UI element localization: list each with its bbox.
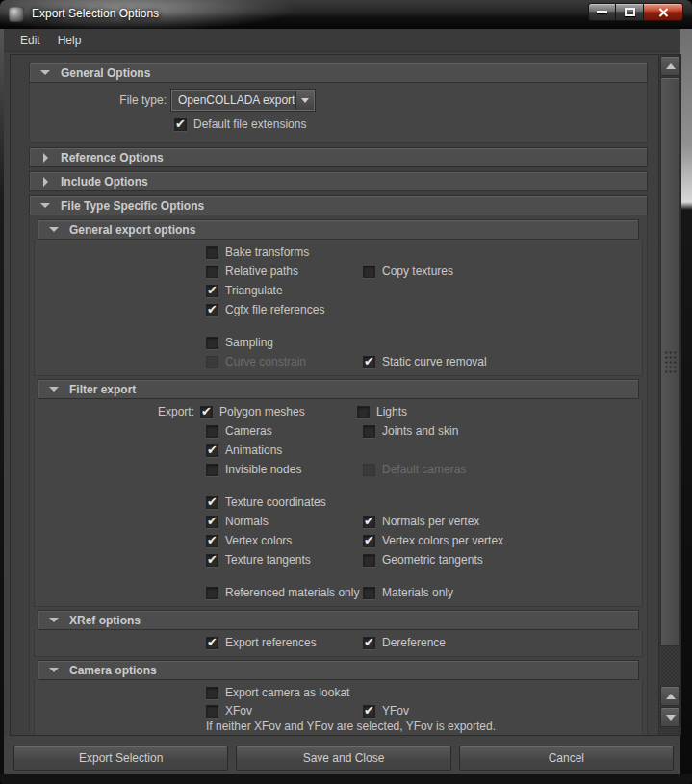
checkbox-referenced-materials-only[interactable]: Referenced materials only bbox=[206, 586, 363, 599]
arrow-up-icon bbox=[666, 694, 676, 699]
checkbox-icon bbox=[206, 496, 218, 509]
checkbox-vertex-colors[interactable]: Vertex colors bbox=[206, 534, 363, 547]
checkbox-icon bbox=[206, 464, 218, 476]
checkbox-label: XFov bbox=[225, 704, 252, 718]
checkbox-bake-transforms[interactable]: Bake transforms bbox=[206, 245, 363, 259]
section-header-include-options[interactable]: Include Options bbox=[29, 171, 648, 191]
close-button[interactable] bbox=[643, 3, 683, 21]
checkbox-relative-paths[interactable]: Relative paths bbox=[206, 265, 363, 278]
fov-note: If neither XFov and YFov are selected, Y… bbox=[35, 720, 642, 735]
scroll-down-button[interactable] bbox=[660, 707, 680, 727]
section-body-file-type-specific: General export options Bake transforms bbox=[29, 215, 648, 735]
checkbox-icon bbox=[206, 554, 218, 567]
scroll-up-button-bottom[interactable] bbox=[660, 686, 680, 706]
checkbox-icon bbox=[174, 118, 187, 131]
checkbox-normals[interactable]: Normals bbox=[206, 515, 363, 528]
checkbox-sampling[interactable]: Sampling bbox=[206, 336, 363, 349]
checkbox-triangulate[interactable]: Triangulate bbox=[206, 284, 363, 297]
checkbox-invisible-nodes[interactable]: Invisible nodes bbox=[206, 463, 363, 476]
section-body-general-options: File type: OpenCOLLADA exporter Default … bbox=[29, 83, 648, 143]
save-and-close-button[interactable]: Save and Close bbox=[236, 746, 450, 771]
checkbox-icon bbox=[206, 637, 218, 649]
checkbox-label: Vertex colors bbox=[225, 534, 292, 547]
checkbox-vertex-colors-per-vertex[interactable]: Vertex colors per vertex bbox=[363, 534, 503, 547]
checkbox-label: Curve constrain bbox=[225, 355, 306, 368]
checkbox-icon bbox=[363, 266, 375, 278]
checkbox-yfov[interactable]: YFov bbox=[363, 704, 409, 718]
checkbox-static-curve-removal[interactable]: Static curve removal bbox=[363, 355, 487, 368]
expand-arrow-icon bbox=[30, 153, 61, 163]
subsection-header-camera-options[interactable]: Camera options bbox=[38, 660, 639, 680]
checkbox-label: Sampling bbox=[225, 336, 273, 349]
menu-edit[interactable]: Edit bbox=[12, 31, 49, 50]
subsection-body: Export: Polygon meshes Lights bbox=[34, 399, 643, 607]
section-file-type-specific-options: File Type Specific Options General expor… bbox=[11, 195, 658, 735]
maximize-button[interactable] bbox=[616, 3, 643, 21]
checkbox-texture-tangents[interactable]: Texture tangents bbox=[206, 553, 363, 567]
checkbox-label: Static curve removal bbox=[382, 355, 487, 368]
checkbox-label: Normals per vertex bbox=[382, 515, 479, 528]
file-type-select[interactable]: OpenCOLLADA exporter bbox=[171, 90, 315, 111]
checkbox-geometric-tangents[interactable]: Geometric tangents bbox=[363, 553, 483, 567]
export-selection-button[interactable]: Export Selection bbox=[13, 746, 228, 771]
checkbox-label: Referenced materials only bbox=[225, 586, 359, 599]
arrow-down-icon bbox=[666, 715, 676, 721]
checkbox-copy-textures[interactable]: Copy textures bbox=[363, 265, 453, 278]
vertical-scrollbar[interactable] bbox=[658, 55, 680, 735]
checkbox-dereference[interactable]: Dereference bbox=[363, 636, 446, 649]
checkbox-icon bbox=[200, 406, 213, 418]
checkbox-label: Triangulate bbox=[225, 284, 283, 297]
section-header-file-type-specific-options[interactable]: File Type Specific Options bbox=[29, 195, 648, 215]
minimize-button[interactable] bbox=[588, 3, 616, 21]
app-icon bbox=[9, 7, 24, 22]
titlebar[interactable]: Export Selection Options bbox=[0, 0, 692, 29]
collapse-arrow-icon bbox=[38, 387, 69, 392]
checkbox-label: Default file extensions bbox=[193, 117, 306, 131]
checkbox-label: Cameras bbox=[225, 424, 272, 438]
checkbox-label: Export references bbox=[225, 636, 317, 649]
file-type-label: File type: bbox=[30, 93, 171, 107]
collapse-arrow-icon bbox=[38, 668, 69, 672]
checkbox-default-file-extensions[interactable]: Default file extensions bbox=[174, 117, 306, 131]
cancel-button[interactable]: Cancel bbox=[459, 746, 674, 771]
subsection-title: Camera options bbox=[69, 664, 157, 677]
checkbox-materials-only[interactable]: Materials only bbox=[363, 586, 453, 599]
menu-help[interactable]: Help bbox=[49, 31, 90, 50]
chevron-down-icon bbox=[301, 98, 309, 103]
checkbox-cgfx-file-references[interactable]: Cgfx file references bbox=[206, 303, 363, 316]
checkbox-icon bbox=[206, 266, 218, 278]
scrollbar-thumb[interactable] bbox=[660, 77, 680, 646]
close-icon bbox=[658, 8, 669, 17]
section-header-reference-options[interactable]: Reference Options bbox=[29, 147, 648, 167]
subsection-title: XRef options bbox=[69, 614, 141, 627]
scroll-up-button[interactable] bbox=[660, 56, 680, 76]
subsection-body: Bake transforms Relative paths Copy text… bbox=[34, 240, 643, 376]
menubar: Edit Help bbox=[4, 29, 680, 52]
section-title: Include Options bbox=[61, 175, 148, 189]
checkbox-export-references[interactable]: Export references bbox=[206, 636, 363, 649]
checkbox-curve-constrain: Curve constrain bbox=[206, 355, 363, 368]
subsection-header-filter-export[interactable]: Filter export bbox=[38, 379, 639, 399]
checkbox-export-camera-as-lookat[interactable]: Export camera as lookat bbox=[206, 686, 349, 699]
checkbox-polygon-meshes[interactable]: Polygon meshes bbox=[200, 405, 357, 418]
checkbox-icon bbox=[363, 637, 375, 649]
section-header-general-options[interactable]: General Options bbox=[29, 63, 648, 83]
checkbox-normals-per-vertex[interactable]: Normals per vertex bbox=[363, 515, 479, 528]
checkbox-label: Normals bbox=[225, 515, 269, 528]
checkbox-cameras[interactable]: Cameras bbox=[206, 424, 363, 438]
checkbox-label: Joints and skin bbox=[382, 424, 458, 438]
subsection-title: Filter export bbox=[69, 383, 136, 396]
checkbox-texture-coordinates[interactable]: Texture coordinates bbox=[206, 495, 363, 509]
subsection-header-general-export-options[interactable]: General export options bbox=[38, 219, 639, 240]
checkbox-joints-and-skin[interactable]: Joints and skin bbox=[363, 424, 458, 438]
checkbox-icon bbox=[363, 356, 375, 368]
checkbox-lights[interactable]: Lights bbox=[357, 405, 407, 418]
subsection-body: Export references Dereference bbox=[34, 630, 643, 657]
checkbox-label: Polygon meshes bbox=[219, 405, 305, 418]
checkbox-xfov[interactable]: XFov bbox=[206, 704, 363, 718]
checkbox-label: Default cameras bbox=[382, 463, 466, 476]
subsection-header-xref-options[interactable]: XRef options bbox=[38, 610, 639, 630]
dropdown-button[interactable] bbox=[295, 91, 314, 110]
checkbox-animations[interactable]: Animations bbox=[206, 443, 363, 457]
checkbox-label: Relative paths bbox=[225, 265, 298, 278]
